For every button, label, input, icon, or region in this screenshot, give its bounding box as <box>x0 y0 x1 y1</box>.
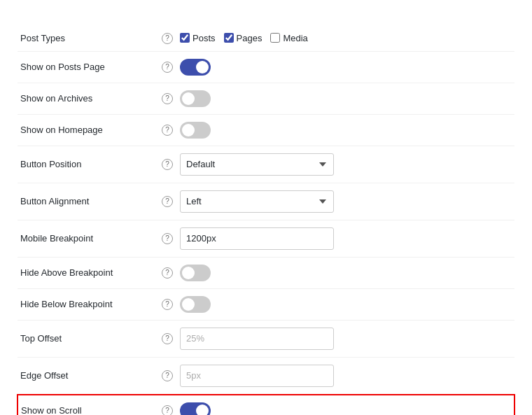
help-icon[interactable]: ? <box>162 125 173 136</box>
toggle-hide-above-breakpoint[interactable] <box>180 265 211 281</box>
setting-label: Mobile Breakpoint <box>20 233 93 244</box>
help-icon[interactable]: ? <box>162 405 173 415</box>
input-edge-offset[interactable] <box>180 365 334 387</box>
checkbox-media[interactable] <box>270 33 280 43</box>
checkbox-pages[interactable] <box>224 33 234 43</box>
select-button-position[interactable]: DefaultFixedRelative <box>180 153 334 176</box>
toggle-slider <box>180 59 211 76</box>
toggle-slider <box>180 90 211 107</box>
help-icon[interactable]: ? <box>162 267 173 279</box>
setting-row-hide-above-breakpoint: Hide Above Breakpoint? <box>18 257 514 288</box>
setting-label: Show on Archives <box>20 93 92 104</box>
setting-row-mobile-breakpoint: Mobile Breakpoint? <box>18 220 514 257</box>
checkbox-text: Pages <box>237 33 262 43</box>
toggle-show-on-homepage[interactable] <box>180 122 211 139</box>
checkbox-posts[interactable] <box>180 33 190 43</box>
setting-label: Show on Posts Page <box>20 62 105 72</box>
setting-label: Show on Homepage <box>20 125 103 135</box>
checkbox-label-media[interactable]: Media <box>270 33 307 43</box>
setting-label: Post Types <box>20 33 65 43</box>
help-icon[interactable]: ? <box>162 159 173 170</box>
help-icon[interactable]: ? <box>162 62 173 73</box>
toggle-hide-below-breakpoint[interactable] <box>180 296 211 313</box>
setting-row-show-on-archives: Show on Archives? <box>18 83 514 114</box>
help-icon[interactable]: ? <box>162 233 173 244</box>
setting-label: Top Offset <box>20 333 62 344</box>
settings-table: Post Types?PostsPagesMediaShow on Posts … <box>17 25 515 415</box>
help-icon[interactable]: ? <box>162 370 173 381</box>
input-mobile-breakpoint[interactable] <box>180 227 334 250</box>
setting-row-hide-below-breakpoint: Hide Below Breakpoint? <box>18 288 514 320</box>
setting-row-show-on-homepage: Show on Homepage? <box>18 114 514 146</box>
setting-row-show-on-posts-page: Show on Posts Page? <box>18 51 514 83</box>
help-icon[interactable]: ? <box>162 299 173 310</box>
checkbox-label-pages[interactable]: Pages <box>224 33 262 43</box>
highlighted-setting-row-show-on-scroll: Show on Scroll? <box>18 395 514 416</box>
setting-label: Hide Below Breakpoint <box>20 299 113 309</box>
checkbox-group: PostsPagesMedia <box>180 33 512 43</box>
toggle-show-on-posts-page[interactable] <box>180 59 211 76</box>
checkbox-label-posts[interactable]: Posts <box>180 33 216 43</box>
checkbox-text: Media <box>283 33 307 43</box>
help-icon[interactable]: ? <box>162 196 173 207</box>
help-icon[interactable]: ? <box>162 33 173 44</box>
input-top-offset[interactable] <box>180 328 334 350</box>
setting-label: Show on Scroll <box>21 405 82 415</box>
toggle-show-on-scroll[interactable] <box>180 402 211 416</box>
setting-label: Hide Above Breakpoint <box>20 267 113 278</box>
help-icon[interactable]: ? <box>162 93 173 104</box>
toggle-slider <box>180 296 211 313</box>
setting-row-button-alignment: Button Alignment?LeftCenterRight <box>18 183 514 220</box>
toggle-slider <box>180 265 211 281</box>
setting-label: Button Alignment <box>20 196 89 206</box>
setting-row-top-offset: Top Offset? <box>18 320 514 357</box>
setting-row-post-types: Post Types?PostsPagesMedia <box>18 25 514 51</box>
toggle-slider <box>180 402 211 416</box>
setting-label: Button Position <box>20 159 81 169</box>
setting-label: Edge Offset <box>20 370 68 381</box>
checkbox-text: Posts <box>192 33 216 43</box>
help-icon[interactable]: ? <box>162 333 173 344</box>
setting-row-edge-offset: Edge Offset? <box>18 357 514 395</box>
toggle-slider <box>180 122 211 139</box>
setting-row-button-position: Button Position?DefaultFixedRelative <box>18 146 514 183</box>
select-button-alignment[interactable]: LeftCenterRight <box>180 190 334 213</box>
toggle-show-on-archives[interactable] <box>180 90 211 107</box>
